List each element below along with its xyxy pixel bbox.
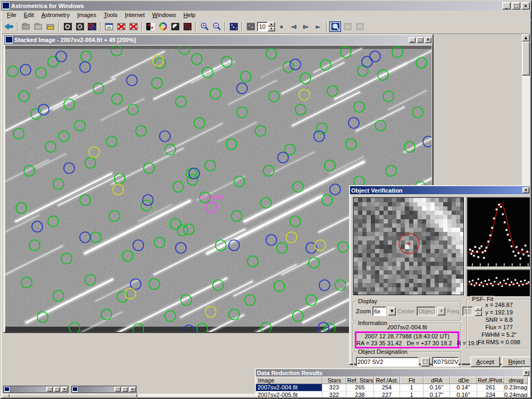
table-cell[interactable]: 0.14" — [450, 384, 477, 392]
table-cell[interactable]: 0.23mag — [504, 384, 528, 392]
information-coordinates: RA = 23 35 31.42 De = +37 30 18.2 R = 19… — [356, 340, 458, 347]
remove-marks-a-icon[interactable] — [115, 21, 127, 32]
table-cell[interactable]: 238 — [346, 392, 374, 397]
play-icon[interactable]: ► — [312, 21, 324, 32]
table-cell[interactable]: 1 — [400, 392, 423, 397]
table-cell[interactable]: 1 — [400, 384, 423, 392]
table-cell[interactable]: 265 — [346, 384, 374, 392]
stack-images-icon[interactable] — [86, 21, 98, 32]
scroll-up-icon[interactable]: ▲ — [522, 34, 530, 41]
frame-spinner[interactable]: 10 ▲ ▼ — [257, 22, 275, 31]
object-zoom-inset[interactable] — [353, 197, 464, 296]
maximize-button[interactable]: □ — [54, 387, 60, 392]
scroll-left-icon[interactable]: ◄ — [2, 394, 10, 397]
minimize-button[interactable]: _ — [409, 37, 415, 43]
table-cell[interactable]: 0.24mag — [504, 392, 528, 397]
record-icon[interactable]: ● — [276, 21, 287, 32]
menu-edit[interactable]: Edit — [20, 11, 38, 19]
stacked-image-icon — [5, 36, 13, 44]
maximize-button[interactable]: □ — [512, 2, 520, 10]
zoom-select-value[interactable]: 6x — [372, 306, 386, 316]
load-images-icon[interactable] — [20, 21, 32, 32]
invert-image-icon[interactable] — [169, 21, 181, 32]
menu-tools[interactable]: Tools — [100, 11, 121, 19]
reject-button[interactable]: Reject — [502, 356, 530, 367]
column-header[interactable]: dDe — [450, 377, 477, 384]
menu-internet[interactable]: Internet — [121, 11, 148, 19]
data-reduction-table: ImageStarsRef. StarsRef./Ast.Fit OrderdR… — [256, 377, 530, 397]
step-forward-icon[interactable]: ▮► — [300, 21, 312, 32]
spin-down-icon[interactable]: ▼ — [268, 27, 275, 31]
table-cell[interactable]: 261 — [477, 384, 504, 392]
designation-input[interactable]: 2007 SV2 — [356, 357, 419, 367]
menu-windows[interactable]: Windows — [148, 11, 180, 19]
object-verification-titlebar[interactable]: Object Verification × — [350, 186, 530, 194]
minimized-window-2[interactable]: □ □ × — [71, 386, 137, 393]
minimized-window-1[interactable]: □ □ × — [3, 386, 69, 393]
load-track-icon[interactable] — [32, 21, 44, 32]
column-header[interactable]: Ref./Phot. — [477, 377, 504, 384]
table-cell[interactable]: 2007sv2-004.fit — [256, 384, 322, 392]
close-button[interactable]: × — [522, 187, 529, 193]
restore-button[interactable]: □ — [114, 387, 121, 392]
image-properties-icon[interactable] — [103, 21, 115, 32]
object-verification-toggle[interactable] — [329, 21, 341, 32]
column-header[interactable]: dmag — [504, 377, 528, 384]
packed-designation-input[interactable]: K07S02V — [432, 357, 459, 367]
table-cell[interactable]: 227 — [374, 392, 400, 397]
table-row[interactable]: 2007sv2-005.fit32223822710.17"0.16"2340.… — [256, 392, 530, 397]
table-cell[interactable]: 323 — [322, 384, 346, 392]
menu-images[interactable]: Images — [73, 11, 100, 19]
blink-control-icon[interactable] — [245, 21, 256, 32]
table-cell[interactable]: 0.16" — [423, 384, 450, 392]
save-image-icon[interactable] — [45, 21, 56, 32]
zoom-in-icon[interactable] — [198, 21, 210, 32]
restore-button[interactable]: □ — [46, 387, 53, 392]
close-button[interactable]: × — [523, 370, 529, 376]
column-header[interactable]: Fit Order — [400, 377, 423, 384]
spin-up-icon[interactable]: ▲ — [268, 22, 275, 27]
vscroll-thumb[interactable] — [522, 41, 530, 76]
column-header[interactable]: Ref. Stars — [346, 377, 374, 384]
table-row[interactable]: 2007sv2-004.fit32326525410.16"0.14"2610.… — [256, 384, 530, 392]
minimize-button[interactable]: _ — [502, 2, 511, 10]
remove-marks-b-icon[interactable] — [128, 21, 139, 32]
maximize-button[interactable]: □ — [417, 37, 423, 43]
designation-browse-button[interactable] — [421, 358, 430, 367]
close-button[interactable]: × — [129, 387, 136, 392]
zoom-dropdown-icon[interactable]: ▼ — [388, 307, 396, 315]
maximize-button[interactable]: □ — [122, 387, 128, 392]
menu-help[interactable]: Help — [180, 11, 200, 19]
close-button[interactable]: × — [61, 387, 68, 392]
close-button[interactable]: × — [521, 2, 530, 10]
column-header[interactable]: Image — [256, 377, 322, 384]
stacked-image-titlebar[interactable]: Stacked Image - 2007sv2-004.fit + 49 [20… — [4, 35, 433, 45]
column-header[interactable]: dRA — [423, 377, 450, 384]
menu-astrometry[interactable]: Astrometry — [38, 11, 73, 19]
blink-b-icon[interactable] — [74, 21, 86, 32]
find-stars-icon[interactable] — [181, 21, 193, 32]
psf-fit-value: Flux = 177 — [467, 323, 530, 331]
hscroll-thumb[interactable] — [10, 394, 137, 397]
table-cell[interactable]: 0.17" — [423, 392, 450, 397]
column-header[interactable]: Stars — [322, 377, 346, 384]
close-button[interactable]: × — [425, 37, 431, 43]
accept-button[interactable]: Accept — [470, 356, 500, 367]
point-at-stars-icon[interactable] — [228, 21, 239, 32]
step-back-icon[interactable]: ◄▮ — [288, 21, 300, 32]
blink-a-icon[interactable] — [62, 21, 73, 32]
main-titlebar[interactable]: Astrometrica for Windows _ □ × — [1, 1, 531, 11]
table-cell[interactable]: 2007sv2-005.fit — [256, 392, 322, 397]
zoom-out-icon[interactable] — [211, 21, 222, 32]
table-cell[interactable]: 0.16" — [450, 392, 477, 397]
color-wheel-icon[interactable] — [157, 21, 169, 32]
background-flatten-icon[interactable] — [145, 21, 156, 32]
table-cell[interactable]: 322 — [322, 392, 346, 397]
frame-spinner-value[interactable]: 10 — [257, 22, 268, 31]
table-cell[interactable]: 234 — [477, 392, 504, 397]
menu-file[interactable]: File — [3, 11, 20, 19]
column-header[interactable]: Ref./Ast. — [374, 377, 400, 384]
data-reduction-titlebar[interactable]: Data Reduction Results × — [256, 369, 530, 377]
exit-icon[interactable] — [3, 21, 15, 32]
table-cell[interactable]: 254 — [374, 384, 400, 392]
